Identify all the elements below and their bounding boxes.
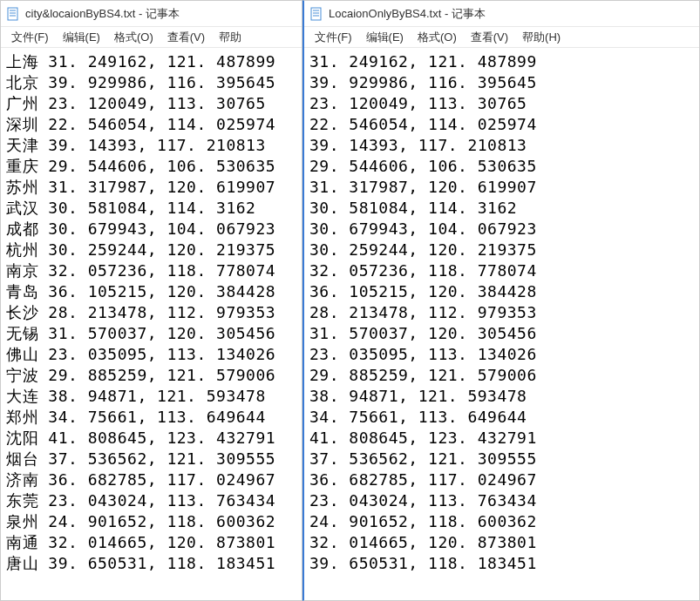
text-line: 北京 39. 929986, 116. 395645 — [6, 72, 296, 93]
text-line: 杭州 30. 259244, 120. 219375 — [6, 240, 296, 260]
titlebar-right[interactable]: LocaionOnlyByBS4.txt - 记事本 — [304, 1, 699, 27]
coords-text: 37. 536562, 121. 309555 — [48, 449, 275, 468]
text-line: 32. 057236, 118. 778074 — [309, 260, 694, 281]
city-name: 南通 — [6, 533, 38, 551]
text-line: 34. 75661, 113. 649644 — [309, 407, 694, 428]
coords-text: 36. 105215, 120. 384428 — [48, 282, 275, 300]
text-line: 31. 249162, 121. 487899 — [309, 51, 694, 72]
coords-text: 38. 94871, 121. 593478 — [48, 387, 265, 405]
text-line: 30. 259244, 120. 219375 — [309, 240, 694, 260]
text-line: 30. 581084, 114. 3162 — [309, 198, 694, 219]
text-line: 38. 94871, 121. 593478 — [309, 386, 694, 407]
svg-rect-4 — [311, 8, 321, 20]
coords-text: 29. 544606, 106. 530635 — [48, 157, 275, 175]
city-name: 郑州 — [6, 408, 38, 426]
text-line: 唐山 39. 650531, 118. 183451 — [6, 553, 296, 574]
city-name: 长沙 — [6, 303, 38, 321]
city-name: 上海 — [6, 52, 38, 71]
text-line: 无锡 31. 570037, 120. 305456 — [6, 323, 296, 344]
menu-item-right-3[interactable]: 查看(V) — [464, 28, 515, 47]
menu-item-left-3[interactable]: 查看(V) — [160, 28, 212, 47]
city-name: 东莞 — [6, 491, 38, 510]
coords-text: 30. 259244, 120. 219375 — [48, 240, 275, 259]
text-line: 32. 014665, 120. 873801 — [309, 532, 694, 553]
svg-rect-0 — [8, 8, 17, 20]
window-title-right: LocaionOnlyByBS4.txt - 记事本 — [329, 6, 486, 22]
text-line: 36. 105215, 120. 384428 — [309, 281, 694, 302]
notepad-window-right: LocaionOnlyByBS4.txt - 记事本 文件(F)编辑(E)格式(… — [302, 0, 700, 601]
notepad-window-left: city&locaionByBS4.txt - 记事本 文件(F)编辑(E)格式… — [0, 0, 302, 601]
city-name: 佛山 — [6, 345, 38, 363]
coords-text: 41. 808645, 123. 432791 — [48, 429, 275, 447]
menu-item-left-1[interactable]: 编辑(E) — [56, 28, 107, 47]
city-name: 重庆 — [6, 157, 38, 175]
menu-item-right-2[interactable]: 格式(O) — [411, 28, 464, 47]
city-name: 南京 — [6, 261, 38, 280]
text-line: 30. 679943, 104. 067923 — [309, 219, 694, 240]
coords-text: 39. 14393, 117. 210813 — [48, 136, 265, 154]
text-line: 东莞 23. 043024, 113. 763434 — [6, 490, 296, 511]
city-name: 武汉 — [6, 199, 38, 217]
menu-item-right-0[interactable]: 文件(F) — [308, 28, 359, 47]
city-name: 无锡 — [6, 324, 38, 342]
city-name: 沈阳 — [6, 429, 38, 447]
text-line: 武汉 30. 581084, 114. 3162 — [6, 198, 296, 219]
text-line: 28. 213478, 112. 979353 — [309, 302, 694, 323]
city-name: 烟台 — [6, 449, 38, 468]
text-line: 上海 31. 249162, 121. 487899 — [6, 51, 296, 72]
menu-item-left-2[interactable]: 格式(O) — [107, 28, 160, 47]
text-line: 31. 570037, 120. 305456 — [309, 323, 694, 344]
text-line: 重庆 29. 544606, 106. 530635 — [6, 156, 296, 177]
city-name: 深圳 — [6, 115, 38, 133]
coords-text: 39. 929986, 116. 395645 — [48, 73, 275, 91]
text-line: 南通 32. 014665, 120. 873801 — [6, 532, 296, 553]
text-content-right[interactable]: 31. 249162, 121. 48789939. 929986, 116. … — [304, 48, 699, 600]
text-line: 24. 901652, 118. 600362 — [309, 511, 694, 532]
city-name: 宁波 — [6, 366, 38, 384]
menu-item-left-4[interactable]: 帮助 — [212, 28, 248, 47]
city-name: 广州 — [6, 94, 38, 112]
text-line: 23. 120049, 113. 30765 — [309, 93, 694, 114]
coords-text: 23. 043024, 113. 763434 — [48, 491, 275, 510]
text-line: 22. 546054, 114. 025974 — [309, 114, 694, 135]
coords-text: 23. 035095, 113. 134026 — [48, 345, 275, 363]
coords-text: 30. 581084, 114. 3162 — [48, 199, 255, 217]
coords-text: 34. 75661, 113. 649644 — [48, 408, 265, 426]
text-line: 31. 317987, 120. 619907 — [309, 177, 694, 198]
text-line: 41. 808645, 123. 432791 — [309, 428, 694, 449]
notepad-icon — [309, 7, 323, 21]
text-line: 沈阳 41. 808645, 123. 432791 — [6, 428, 296, 449]
window-title-left: city&locaionByBS4.txt - 记事本 — [25, 6, 180, 22]
coords-text: 32. 014665, 120. 873801 — [48, 533, 275, 551]
city-name: 青岛 — [6, 282, 38, 300]
text-line: 39. 14393, 117. 210813 — [309, 135, 694, 156]
text-line: 宁波 29. 885259, 121. 579006 — [6, 365, 296, 386]
city-name: 北京 — [6, 73, 38, 91]
city-name: 唐山 — [6, 554, 38, 572]
menu-item-right-4[interactable]: 帮助(H) — [515, 28, 567, 47]
menu-item-left-0[interactable]: 文件(F) — [4, 28, 56, 47]
menubar-left: 文件(F)编辑(E)格式(O)查看(V)帮助 — [1, 27, 302, 48]
text-line: 烟台 37. 536562, 121. 309555 — [6, 449, 296, 469]
text-line: 南京 32. 057236, 118. 778074 — [6, 260, 296, 281]
text-line: 深圳 22. 546054, 114. 025974 — [6, 114, 296, 135]
text-line: 大连 38. 94871, 121. 593478 — [6, 386, 296, 407]
menu-item-right-1[interactable]: 编辑(E) — [359, 28, 411, 47]
coords-text: 22. 546054, 114. 025974 — [48, 115, 275, 133]
text-line: 39. 650531, 118. 183451 — [309, 553, 694, 574]
city-name: 天津 — [6, 136, 38, 154]
coords-text: 24. 901652, 118. 600362 — [48, 512, 275, 530]
text-line: 泉州 24. 901652, 118. 600362 — [6, 511, 296, 532]
text-line: 23. 035095, 113. 134026 — [309, 344, 694, 365]
coords-text: 23. 120049, 113. 30765 — [48, 94, 265, 112]
text-line: 39. 929986, 116. 395645 — [309, 72, 694, 93]
text-line: 苏州 31. 317987, 120. 619907 — [6, 177, 296, 198]
text-content-left[interactable]: 上海 31. 249162, 121. 487899北京 39. 929986,… — [1, 48, 302, 600]
menubar-right: 文件(F)编辑(E)格式(O)查看(V)帮助(H) — [304, 27, 699, 48]
city-name: 苏州 — [6, 178, 38, 196]
coords-text: 28. 213478, 112. 979353 — [48, 303, 275, 321]
coords-text: 31. 317987, 120. 619907 — [48, 178, 275, 196]
coords-text: 29. 885259, 121. 579006 — [48, 366, 275, 384]
text-line: 成都 30. 679943, 104. 067923 — [6, 219, 296, 240]
titlebar-left[interactable]: city&locaionByBS4.txt - 记事本 — [1, 1, 302, 27]
